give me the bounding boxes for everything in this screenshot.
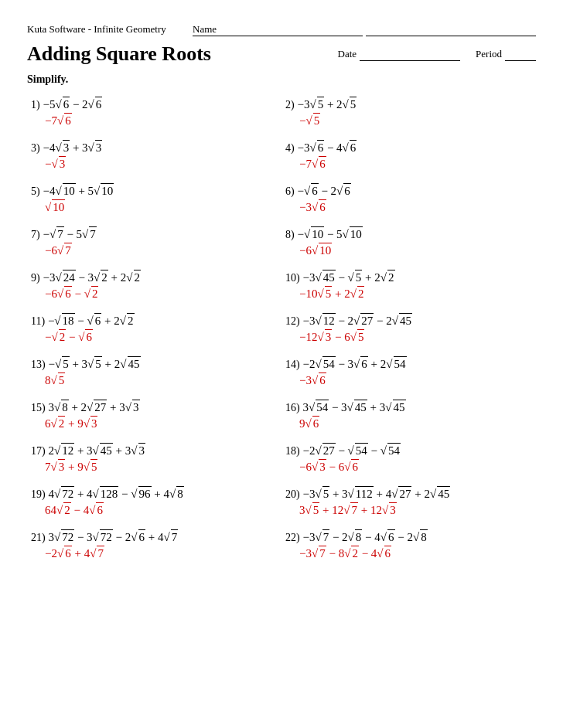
problem-answer: 64√2 − 4√6 bbox=[45, 502, 278, 517]
problem-answer: √10 bbox=[45, 199, 278, 214]
problem-answer: −10√5 + 2√2 bbox=[299, 286, 532, 301]
problem-expression: 16) 3√54 − 3√45 + 3√45 bbox=[285, 400, 532, 414]
problem-cell: 17) 2√12 + 3√45 + 3√3 7√3 + 9√5 bbox=[27, 440, 282, 483]
problem-expression: 11) −√18 − √6 + 2√2 bbox=[31, 313, 278, 328]
problem-answer: −6√10 bbox=[299, 243, 532, 257]
problem-cell: 6) −√6 − 2√6 −3√6 bbox=[282, 180, 536, 223]
problem-cell: 16) 3√54 − 3√45 + 3√45 9√6 bbox=[282, 396, 536, 440]
problem-answer: −3√7 − 8√2 − 4√6 bbox=[299, 546, 532, 560]
problem-expression: 13) −√5 + 3√5 + 2√45 bbox=[31, 356, 278, 371]
problem-expression: 1) −5√6 − 2√6 bbox=[31, 97, 278, 111]
problem-answer: −2√6 + 4√7 bbox=[45, 546, 278, 560]
date-period: Date Period bbox=[338, 48, 537, 61]
problem-cell: 19) 4√72 + 4√128 − √96 + 4√8 64√2 − 4√6 bbox=[27, 483, 282, 526]
problem-expression: 6) −√6 − 2√6 bbox=[285, 183, 532, 198]
problem-cell: 15) 3√8 + 2√27 + 3√3 6√2 + 9√3 bbox=[27, 396, 282, 440]
problem-expression: 19) 4√72 + 4√128 − √96 + 4√8 bbox=[31, 486, 278, 501]
problem-answer: −7√6 bbox=[45, 113, 278, 128]
page-title: Adding Square Roots bbox=[27, 43, 211, 66]
instruction: Simplify. bbox=[27, 73, 536, 86]
problem-expression: 5) −4√10 + 5√10 bbox=[31, 183, 278, 198]
problem-expression: 9) −3√24 − 3√2 + 2√2 bbox=[31, 270, 278, 284]
problem-expression: 2) −3√5 + 2√5 bbox=[285, 97, 532, 111]
problem-answer: −√2 − √6 bbox=[45, 329, 278, 344]
problem-answer: −6√7 bbox=[45, 243, 278, 257]
problem-cell: 8) −√10 − 5√10 −6√10 bbox=[282, 223, 536, 267]
problem-cell: 22) −3√7 − 2√8 − 4√6 − 2√8 −3√7 − 8√2 − … bbox=[282, 526, 536, 570]
problem-expression: 22) −3√7 − 2√8 − 4√6 − 2√8 bbox=[285, 529, 532, 544]
problem-cell: 2) −3√5 + 2√5 −√5 bbox=[282, 94, 536, 137]
problem-cell: 12) −3√12 − 2√27 − 2√45 −12√3 − 6√5 bbox=[282, 310, 536, 353]
problem-cell: 10) −3√45 − √5 + 2√2 −10√5 + 2√2 bbox=[282, 267, 536, 310]
problem-answer: 9√6 bbox=[299, 416, 532, 430]
problem-cell: 11) −√18 − √6 + 2√2 −√2 − √6 bbox=[27, 310, 282, 353]
problem-expression: 7) −√7 − 5√7 bbox=[31, 226, 278, 241]
problem-expression: 15) 3√8 + 2√27 + 3√3 bbox=[31, 400, 278, 414]
problem-answer: −6√3 − 6√6 bbox=[299, 459, 532, 474]
problem-cell: 5) −4√10 + 5√10 √10 bbox=[27, 180, 282, 223]
problems-grid: 1) −5√6 − 2√6 −7√6 2) −3√5 + 2√5 −√5 3) … bbox=[27, 94, 536, 570]
problem-cell: 7) −√7 − 5√7 −6√7 bbox=[27, 223, 282, 267]
problem-expression: 10) −3√45 − √5 + 2√2 bbox=[285, 270, 532, 284]
problem-answer: −7√6 bbox=[299, 156, 532, 171]
problem-expression: 12) −3√12 − 2√27 − 2√45 bbox=[285, 313, 532, 328]
problem-answer: 3√5 + 12√7 + 12√3 bbox=[299, 502, 532, 517]
problem-cell: 1) −5√6 − 2√6 −7√6 bbox=[27, 94, 282, 137]
problem-expression: 14) −2√54 − 3√6 + 2√54 bbox=[285, 356, 532, 371]
problem-answer: 7√3 + 9√5 bbox=[45, 459, 278, 474]
problem-cell: 20) −3√5 + 3√112 + 4√27 + 2√45 3√5 + 12√… bbox=[282, 483, 536, 526]
problem-expression: 4) −3√6 − 4√6 bbox=[285, 140, 532, 155]
problem-cell: 18) −2√27 − √54 − √54 −6√3 − 6√6 bbox=[282, 440, 536, 483]
software-label: Kuta Software - Infinite Geometry bbox=[27, 23, 166, 36]
problem-cell: 4) −3√6 − 4√6 −7√6 bbox=[282, 137, 536, 180]
problem-answer: −√3 bbox=[45, 156, 278, 171]
problem-expression: 17) 2√12 + 3√45 + 3√3 bbox=[31, 443, 278, 458]
problem-answer: −√5 bbox=[299, 113, 532, 128]
title-row: Adding Square Roots Date Period bbox=[27, 43, 536, 66]
problem-expression: 8) −√10 − 5√10 bbox=[285, 226, 532, 241]
problem-cell: 21) 3√72 − 3√72 − 2√6 + 4√7 −2√6 + 4√7 bbox=[27, 526, 282, 570]
problem-answer: −3√6 bbox=[299, 373, 532, 387]
problem-cell: 14) −2√54 − 3√6 + 2√54 −3√6 bbox=[282, 353, 536, 396]
problem-cell: 3) −4√3 + 3√3 −√3 bbox=[27, 137, 282, 180]
problem-cell: 9) −3√24 − 3√2 + 2√2 −6√6 − √2 bbox=[27, 267, 282, 310]
problem-cell: 13) −√5 + 3√5 + 2√45 8√5 bbox=[27, 353, 282, 396]
problem-expression: 20) −3√5 + 3√112 + 4√27 + 2√45 bbox=[285, 486, 532, 501]
name-field: Name bbox=[189, 23, 536, 36]
problem-answer: 6√2 + 9√3 bbox=[45, 416, 278, 430]
problem-expression: 21) 3√72 − 3√72 − 2√6 + 4√7 bbox=[31, 529, 278, 544]
problem-expression: 3) −4√3 + 3√3 bbox=[31, 140, 278, 155]
problem-answer: −6√6 − √2 bbox=[45, 286, 278, 301]
header: Kuta Software - Infinite Geometry Name bbox=[27, 23, 536, 36]
problem-answer: −3√6 bbox=[299, 199, 532, 214]
problem-answer: 8√5 bbox=[45, 373, 278, 387]
problem-answer: −12√3 − 6√5 bbox=[299, 329, 532, 344]
problem-expression: 18) −2√27 − √54 − √54 bbox=[285, 443, 532, 458]
